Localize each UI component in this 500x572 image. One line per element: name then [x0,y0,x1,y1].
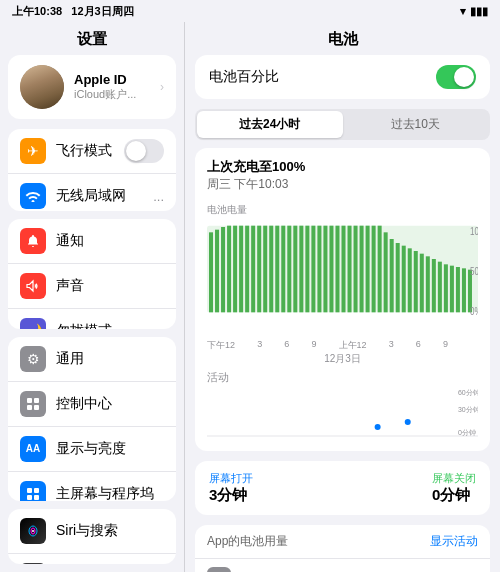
svg-rect-24 [275,226,279,313]
svg-rect-31 [317,226,321,313]
svg-rect-23 [269,226,273,313]
airplane-icon: ✈ [20,138,46,164]
sidebar-item-control-center[interactable]: 控制中心 [8,382,176,427]
svg-point-11 [32,530,34,532]
svg-rect-19 [245,226,249,313]
svg-rect-44 [396,243,400,312]
activity-label: 活动 [207,370,229,385]
date-display: 12月3日周四 [71,5,133,17]
last-charge-section: 上次充电至100% 周三 下午10:03 [207,158,478,193]
time-period-tabs[interactable]: 过去24小时 过去10天 [195,109,490,140]
airplane-toggle[interactable] [124,139,164,163]
svg-text:100%: 100% [470,225,478,237]
main-layout: 设置 Apple ID iCloud账户... › ✈ 飞行模式 [0,22,500,572]
chart-x-labels: 下午12 3 6 9 上午12 3 6 9 [207,339,478,352]
svg-rect-45 [402,246,406,313]
notification-icon [20,228,46,254]
svg-rect-21 [257,226,261,313]
svg-rect-34 [335,226,339,313]
svg-rect-38 [360,226,364,313]
svg-rect-6 [27,495,32,500]
svg-rect-48 [420,254,424,313]
svg-rect-41 [378,226,382,313]
sidebar-item-display[interactable]: AA 显示与亮度 [8,427,176,472]
sidebar-item-wifi[interactable]: 无线局域网 ... [8,174,176,211]
stat-screen-off: 屏幕关闭 0分钟 [432,471,476,505]
svg-text:30分钟: 30分钟 [458,406,478,413]
screen-on-label: 屏幕打开 [209,471,253,486]
activity-chart-svg: 60分钟 30分钟 0分钟 [207,387,478,437]
airplane-label: 飞行模式 [56,142,114,160]
battery-panel: 电池 电池百分比 过去24小时 过去10天 上次充电至100% 周三 下午10:… [185,22,500,572]
app-usage-settings[interactable]: ⚙ 设置 — [195,559,490,572]
svg-rect-27 [293,226,297,313]
svg-rect-3 [34,405,39,410]
home-screen-label: 主屏幕与程序坞 [56,485,164,502]
battery-percentage-toggle[interactable] [436,65,476,89]
svg-rect-15 [221,227,225,312]
battery-percentage-label: 电池百分比 [209,68,279,86]
sidebar-item-dnd[interactable]: 🌙 勿扰模式 [8,309,176,329]
activity-section: 活动 60分钟 30分钟 0分钟 [207,370,478,441]
svg-rect-50 [432,259,436,312]
svg-rect-7 [34,495,39,500]
svg-text:60分钟: 60分钟 [458,389,478,396]
svg-rect-0 [27,398,32,403]
last-charge-subtitle: 周三 下午10:03 [207,176,478,193]
settings-group-network: ✈ 飞行模式 无线局域网 ... B 蓝牙 打开 [8,129,176,211]
svg-rect-2 [27,405,32,410]
last-charge-title: 上次充电至100% [207,158,478,176]
svg-rect-18 [239,226,243,313]
sound-icon [20,273,46,299]
stat-screen-on: 屏幕打开 3分钟 [209,471,253,505]
sidebar-title: 设置 [0,22,184,55]
wifi-value: ... [153,189,164,204]
wifi-settings-icon [20,183,46,209]
svg-rect-53 [450,266,454,313]
time-display: 上午10:38 [12,5,62,17]
battery-detail-card: 上次充电至100% 周三 下午10:03 电池电量 [195,148,490,451]
settings-group-general: ⚙ 通用 控制中心 AA 显示与亮度 主屏幕与程序坞 [8,337,176,502]
panel-title: 电池 [185,22,500,55]
svg-text:0分钟: 0分钟 [458,429,476,436]
sidebar: 设置 Apple ID iCloud账户... › ✈ 飞行模式 [0,22,185,572]
svg-point-62 [405,419,411,425]
svg-rect-22 [263,226,267,313]
sidebar-item-home-screen[interactable]: 主屏幕与程序坞 [8,472,176,502]
svg-rect-49 [426,256,430,312]
sidebar-item-siri[interactable]: Siri与搜索 [8,509,176,554]
sidebar-item-sound[interactable]: 声音 [8,264,176,309]
apple-pencil-icon [20,563,46,564]
svg-rect-16 [227,226,231,313]
siri-icon [20,518,46,544]
sidebar-item-general[interactable]: ⚙ 通用 [8,337,176,382]
profile-name: Apple ID [74,72,150,87]
svg-rect-35 [341,226,345,313]
screen-on-value: 3分钟 [209,486,253,505]
sidebar-item-airplane[interactable]: ✈ 飞行模式 [8,129,176,174]
svg-rect-30 [311,226,315,313]
status-icons: ▾ ▮▮▮ [460,5,488,18]
show-activity-button[interactable]: 显示活动 [430,533,478,550]
svg-text:50%: 50% [470,265,478,277]
stats-row: 屏幕打开 3分钟 屏幕关闭 0分钟 [195,461,490,515]
svg-rect-20 [251,226,255,313]
sidebar-item-notifications[interactable]: 通知 [8,219,176,264]
sidebar-item-apple-pencil[interactable]: Apple Pencil [8,554,176,564]
profile-info: Apple ID iCloud账户... [74,72,150,102]
home-screen-icon [20,481,46,502]
svg-rect-13 [209,232,213,312]
wifi-label: 无线局域网 [56,187,143,205]
svg-rect-32 [323,226,327,313]
status-bar: 上午10:38 12月3日周四 ▾ ▮▮▮ [0,0,500,22]
avatar [20,65,64,109]
svg-rect-42 [384,232,388,312]
tab-24h[interactable]: 过去24小时 [197,111,343,138]
battery-percentage-row: 电池百分比 [195,55,490,99]
control-center-label: 控制中心 [56,395,164,413]
display-label: 显示与亮度 [56,440,164,458]
general-label: 通用 [56,350,164,368]
svg-rect-43 [390,239,394,312]
tab-10d[interactable]: 过去10天 [343,111,489,138]
profile-section[interactable]: Apple ID iCloud账户... › [8,55,176,119]
